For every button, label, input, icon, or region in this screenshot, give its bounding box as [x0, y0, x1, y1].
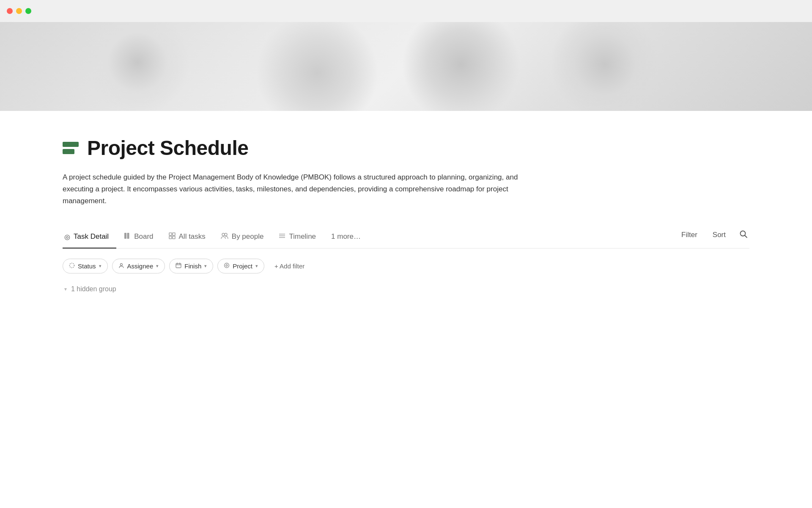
hero-shape-2	[550, 22, 660, 111]
page-icon	[63, 142, 79, 154]
finish-icon	[176, 262, 181, 270]
tab-by-people-icon	[221, 232, 228, 241]
svg-rect-2	[169, 233, 172, 235]
assignee-chevron: ▾	[156, 263, 159, 269]
svg-rect-1	[127, 233, 129, 239]
tab-all-tasks-icon	[169, 232, 176, 241]
filter-button[interactable]: Filter	[678, 229, 701, 241]
project-chevron: ▾	[255, 263, 258, 269]
svg-point-19	[225, 263, 229, 268]
add-filter-button[interactable]: + Add filter	[269, 259, 310, 273]
svg-point-20	[226, 265, 228, 266]
tab-board[interactable]: Board	[116, 227, 161, 248]
tab-task-detail[interactable]: ◎ Task Detail	[63, 227, 116, 248]
hero-shape-1	[402, 22, 520, 111]
tabs-right: Filter Sort	[678, 228, 749, 247]
filter-finish[interactable]: Finish ▾	[169, 259, 213, 273]
tab-all-tasks-label: All tasks	[179, 232, 206, 241]
tab-by-people-label: By people	[232, 232, 264, 241]
tab-task-detail-label: Task Detail	[74, 232, 109, 241]
status-icon	[69, 262, 75, 270]
hidden-group-label: 1 hidden group	[71, 285, 116, 293]
minimize-button[interactable]	[16, 8, 22, 14]
status-chevron: ▾	[99, 263, 102, 269]
svg-rect-3	[173, 233, 175, 235]
icon-bar-top	[63, 142, 79, 147]
tabs-bar: ◎ Task Detail Board	[63, 227, 749, 248]
icon-bar-bottom	[63, 149, 74, 154]
svg-rect-15	[176, 263, 181, 268]
svg-rect-4	[169, 236, 172, 239]
finish-chevron: ▾	[204, 263, 207, 269]
svg-point-6	[222, 233, 225, 236]
search-button[interactable]	[738, 228, 749, 242]
page-description: A project schedule guided by the Project…	[63, 171, 528, 207]
filter-project[interactable]: Project ▾	[217, 259, 264, 273]
tab-all-tasks[interactable]: All tasks	[161, 227, 213, 248]
tab-timeline[interactable]: Timeline	[271, 227, 324, 248]
filter-project-label: Project	[233, 262, 252, 270]
hidden-group-chevron: ▾	[64, 286, 67, 292]
tab-board-icon	[124, 232, 131, 241]
svg-point-13	[70, 263, 74, 268]
svg-point-14	[120, 263, 122, 265]
title-bar	[0, 0, 812, 22]
hero-banner	[0, 22, 812, 111]
svg-point-11	[741, 231, 746, 236]
svg-point-7	[225, 233, 227, 236]
sort-button[interactable]: Sort	[709, 229, 729, 241]
filter-bar: Status ▾ Assignee ▾ Fini	[63, 248, 749, 280]
tab-by-people[interactable]: By people	[213, 227, 272, 248]
page-title-section: Project Schedule	[63, 136, 749, 160]
tabs-left: ◎ Task Detail Board	[63, 227, 678, 248]
tab-board-label: Board	[134, 232, 153, 241]
maximize-button[interactable]	[25, 8, 31, 14]
filter-status[interactable]: Status ▾	[63, 259, 108, 273]
tab-task-detail-icon: ◎	[64, 233, 70, 241]
filter-finish-label: Finish	[184, 262, 201, 270]
assignee-icon	[118, 262, 124, 270]
project-icon	[224, 262, 230, 270]
filter-assignee-label: Assignee	[127, 262, 154, 270]
svg-rect-5	[173, 236, 175, 239]
hidden-group-row[interactable]: ▾ 1 hidden group	[63, 280, 749, 298]
tab-timeline-icon	[279, 232, 285, 241]
tab-timeline-label: Timeline	[289, 232, 316, 241]
page-title: Project Schedule	[87, 136, 248, 160]
filter-assignee[interactable]: Assignee ▾	[112, 259, 165, 273]
tab-more-label: 1 more…	[331, 232, 361, 241]
svg-rect-0	[124, 233, 126, 239]
svg-line-12	[745, 235, 747, 237]
content-area: Project Schedule A project schedule guid…	[0, 111, 812, 315]
filter-status-label: Status	[78, 262, 96, 270]
tab-more[interactable]: 1 more…	[324, 227, 368, 248]
close-button[interactable]	[7, 8, 13, 14]
